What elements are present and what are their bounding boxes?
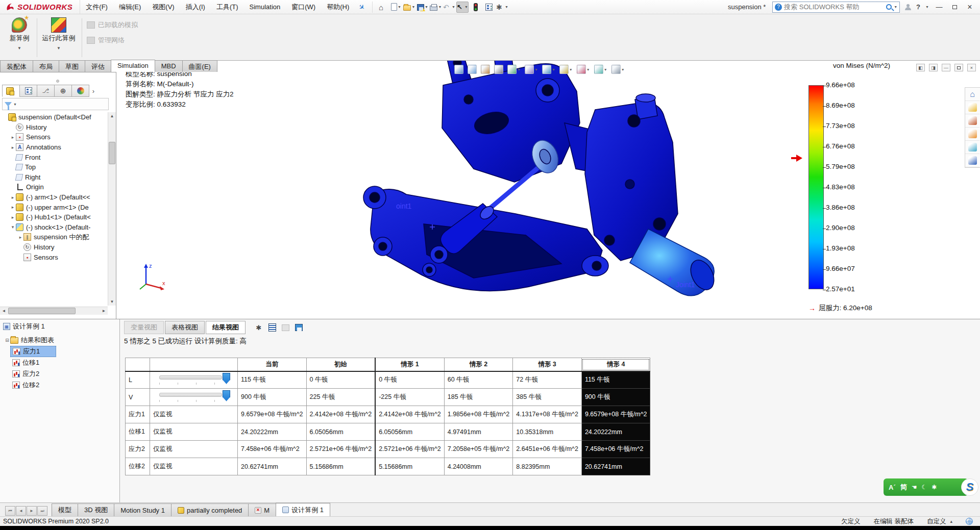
table-cell[interactable]: 10.35318mm <box>513 423 582 441</box>
column-header[interactable]: 情形 3 <box>513 358 582 371</box>
assembly-visualization-button[interactable]: ▼ <box>506 64 522 75</box>
menu-item[interactable]: Simulation <box>244 0 286 14</box>
taskpane-solidworks-resources-button[interactable] <box>965 154 979 167</box>
doc-tab-模型[interactable]: 模型 <box>52 503 78 516</box>
tree-expander-icon[interactable]: ▸ <box>10 205 16 210</box>
slider-track[interactable] <box>159 393 222 397</box>
slider-thumb[interactable] <box>223 373 230 384</box>
commandtab-装配体[interactable]: 装配体 <box>0 60 33 72</box>
table-cell[interactable]: 0 牛顿 <box>375 371 444 389</box>
display-style-button[interactable]: ▼ <box>541 64 556 75</box>
view-settings-dropdown-icon[interactable]: ▼ <box>621 68 625 71</box>
commandtab-草图[interactable]: 草图 <box>59 60 85 72</box>
sogou-logo-icon[interactable]: S <box>961 478 978 496</box>
tab-dimxpertmanager[interactable]: ⊕ <box>54 85 72 97</box>
table-cell[interactable]: 7.2058e+05 牛顿/m^2 <box>444 441 513 458</box>
minimize-button[interactable]: — <box>934 3 944 11</box>
search-dropdown-icon[interactable]: ▼ <box>894 5 897 9</box>
options-list-button[interactable] <box>483 2 495 13</box>
ime-pill[interactable]: A´ 简 ☚ ☾ ✱ <box>884 478 968 496</box>
column-header[interactable]: 情形 2 <box>444 358 513 371</box>
horizontal-scroll-thumb[interactable] <box>8 308 76 314</box>
study-save-button[interactable] <box>293 322 304 333</box>
results-item[interactable]: 应力2 <box>10 368 56 380</box>
tree-item[interactable]: ▸suspension 中的配 <box>0 232 108 242</box>
prev-tab-icon[interactable]: ◄ <box>16 506 26 516</box>
tree-item[interactable]: ▸(-) arm<1> (Default<< <box>0 192 108 203</box>
open-dropdown-icon[interactable]: ▼ <box>411 5 415 9</box>
tree-item[interactable]: suspension (Default<Def <box>0 112 108 122</box>
zoom-fit-button[interactable] <box>453 64 464 75</box>
save-button[interactable]: ▼ <box>416 2 429 13</box>
tree-horizontal-scrollbar[interactable]: ◄ ► <box>0 307 108 315</box>
taskpane-home-button[interactable]: ⌂ <box>965 88 979 101</box>
table-cell[interactable]: 225 牛顿 <box>306 389 375 406</box>
select-arrow-dropdown-icon[interactable]: ▼ <box>464 5 468 9</box>
tree-item[interactable]: ▸(-) upper arm<1> (De <box>0 202 108 212</box>
panel-splitter-handle[interactable] <box>56 80 59 83</box>
menu-item[interactable]: 视图(V) <box>146 0 180 14</box>
tree-item[interactable]: Front <box>0 152 108 162</box>
table-cell[interactable]: 72 牛顿 <box>513 371 582 389</box>
menu-item[interactable]: 帮助(H) <box>321 0 355 14</box>
menu-item[interactable]: 工具(T) <box>211 0 244 14</box>
tree-vertical-scrollbar[interactable]: ▲ ▼ <box>108 112 116 306</box>
run-study-dropdown-icon[interactable]: ▼ <box>39 46 79 51</box>
taskpane-file-explorer-button[interactable] <box>965 101 979 114</box>
doc-tab-M[interactable]: M <box>248 503 276 516</box>
ime-moon-icon[interactable]: ☾ <box>921 484 927 491</box>
graphics-viewport[interactable]: 模型名称: suspension算例名称: M(-Default-)图解类型: … <box>116 60 980 319</box>
table-cell[interactable]: 115 牛顿 <box>238 371 307 389</box>
table-cell[interactable]: 24.20222mm <box>238 423 307 441</box>
pin-menu-icon[interactable]: ✈ <box>354 0 370 15</box>
filter-dropdown-icon[interactable]: ▼ <box>13 103 17 106</box>
table-cell[interactable]: 20.62741mm <box>581 458 650 475</box>
table-cell[interactable]: 20.62741mm <box>238 458 307 475</box>
select-arrow-button[interactable]: ↖▼ <box>456 2 469 13</box>
assembly-visualization-dropdown-icon[interactable]: ▼ <box>517 68 521 71</box>
table-cell[interactable]: 9.6579e+08 牛顿/m^2 <box>238 406 307 423</box>
folder-expander-icon[interactable]: ⊟ <box>4 338 10 343</box>
help-menu[interactable]: ? <box>916 3 920 11</box>
tab-displaymanager[interactable] <box>71 85 89 97</box>
restore-button[interactable] <box>949 3 960 11</box>
menu-item[interactable]: 插入(I) <box>180 0 211 14</box>
doc-tab-partially completed[interactable]: partially completed <box>171 503 249 516</box>
help-dropdown-icon[interactable]: ▼ <box>925 5 929 9</box>
search-icon[interactable] <box>886 4 892 10</box>
table-cell[interactable]: 0 牛顿 <box>306 371 375 389</box>
print-dropdown-icon[interactable]: ▼ <box>438 5 442 9</box>
table-cell[interactable]: 4.97491mm <box>444 423 513 441</box>
column-header[interactable]: 情形 4 <box>581 358 650 371</box>
commandtab-布局[interactable]: 布局 <box>33 60 59 72</box>
status-dropdown-icon[interactable]: ▴ <box>950 519 952 524</box>
tree-item[interactable]: ▾(-) shock<1> (Default- <box>0 222 108 233</box>
hide-show-items-dropdown-icon[interactable]: ▼ <box>569 68 573 71</box>
vertical-scroll-thumb[interactable] <box>109 142 115 164</box>
apply-scene-dropdown-icon[interactable]: ▼ <box>604 68 607 71</box>
new-study-button[interactable]: 新算例 ▼ <box>4 17 35 51</box>
scroll-up-icon[interactable]: ▲ <box>108 112 116 120</box>
scroll-down-icon[interactable]: ▼ <box>108 298 116 306</box>
new-document-dropdown-icon[interactable]: ▼ <box>398 5 401 9</box>
print-button[interactable]: ▼ <box>430 2 442 13</box>
commandtab-Simulation[interactable]: Simulation <box>111 60 155 72</box>
run-study-button[interactable]: 运行此算例 ▼ <box>39 17 79 51</box>
hide-show-items-button[interactable]: ▼ <box>558 64 574 75</box>
open-button[interactable]: ▼ <box>403 2 415 13</box>
next-tab-icon[interactable]: ► <box>27 506 37 516</box>
table-cell[interactable]: 7.458e+06 牛顿/m^2 <box>238 441 307 458</box>
table-cell[interactable]: 900 牛顿 <box>581 389 650 406</box>
table-cell[interactable]: 2.4142e+08 牛顿/m^2 <box>306 406 375 423</box>
results-item[interactable]: 应力1 <box>10 346 56 357</box>
home-button[interactable]: ⌂ <box>377 2 389 13</box>
doc-tab-3D 视图[interactable]: 3D 视图 <box>78 503 114 516</box>
scroll-right-icon[interactable]: ► <box>100 307 108 315</box>
tab-featuremanager-tree[interactable] <box>2 85 20 97</box>
tree-item[interactable]: Top <box>0 162 108 172</box>
row-control[interactable] <box>150 389 238 406</box>
search-box[interactable]: ? 搜索 SOLIDWORKS 帮助 ▼ <box>772 2 900 13</box>
table-cell[interactable]: 60 牛顿 <box>444 371 513 389</box>
table-cell[interactable]: 5.15686mm <box>375 458 444 475</box>
section-view-button[interactable] <box>480 64 491 75</box>
